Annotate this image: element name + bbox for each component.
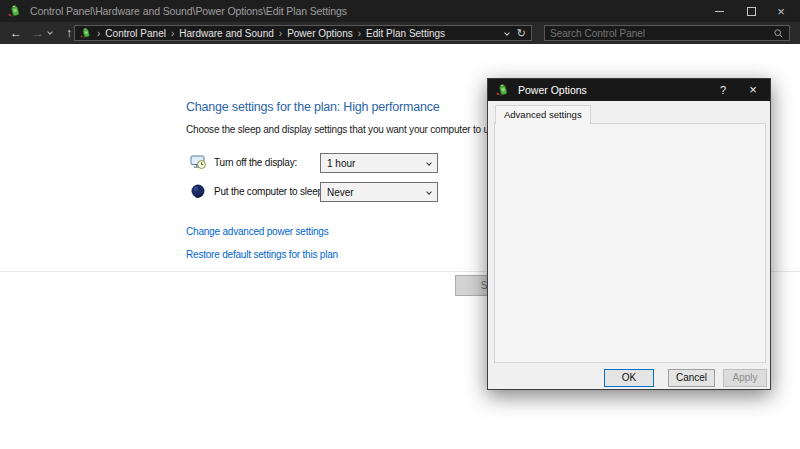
dialog-close-button[interactable]: ×	[742, 79, 764, 101]
back-button[interactable]: ←	[6, 22, 26, 44]
breadcrumb-separator: ›	[97, 28, 100, 39]
chevron-down-icon	[426, 160, 432, 166]
change-advanced-power-settings-link[interactable]: Change advanced power settings	[186, 226, 328, 237]
breadcrumb-separator: ›	[171, 28, 174, 39]
breadcrumb-edit-plan-settings[interactable]: Edit Plan Settings	[366, 28, 445, 39]
address-dropdown-chevron-icon[interactable]	[504, 30, 510, 36]
forward-button[interactable]: →	[28, 22, 48, 44]
cancel-button[interactable]: Cancel	[668, 369, 715, 387]
tab-advanced-settings[interactable]: Advanced settings	[495, 105, 591, 124]
tab-page	[494, 123, 766, 363]
power-options-icon	[8, 4, 22, 18]
search-icon[interactable]	[773, 28, 784, 39]
search-box[interactable]	[544, 25, 790, 41]
dialog-title: Power Options	[518, 79, 587, 101]
close-button[interactable]: ×	[766, 0, 796, 22]
sleep-value: Never	[327, 187, 354, 198]
search-input[interactable]	[550, 28, 773, 39]
page-title: Change settings for the plan: High perfo…	[186, 100, 439, 114]
ok-button[interactable]: OK	[604, 369, 654, 387]
sleep-label: Put the computer to sleep:	[214, 186, 326, 197]
sleep-dropdown[interactable]: Never	[320, 182, 438, 202]
breadcrumb-separator: ›	[279, 28, 282, 39]
breadcrumb-control-panel[interactable]: Control Panel	[105, 28, 166, 39]
sleep-icon	[190, 183, 206, 199]
turn-off-display-value: 1 hour	[327, 158, 355, 169]
refresh-icon[interactable]: ↻	[517, 26, 526, 40]
dialog-titlebar: Power Options ? ×	[488, 79, 770, 101]
apply-button: Apply	[723, 369, 767, 387]
breadcrumb-separator: ›	[358, 28, 361, 39]
maximize-button[interactable]	[736, 0, 766, 22]
address-bar[interactable]: › Control Panel › Hardware and Sound › P…	[74, 25, 532, 41]
power-options-icon	[496, 83, 510, 97]
restore-default-settings-link[interactable]: Restore default settings for this plan	[186, 249, 338, 260]
page-subtitle: Choose the sleep and display settings th…	[186, 124, 502, 135]
turn-off-display-dropdown[interactable]: 1 hour	[320, 153, 438, 173]
turn-off-display-label: Turn off the display:	[214, 157, 297, 168]
chevron-down-icon	[426, 189, 432, 195]
display-icon	[190, 154, 206, 170]
power-options-dialog: Power Options ? × Advanced settings Sele…	[487, 78, 771, 390]
help-button[interactable]: ?	[712, 79, 734, 101]
window-titlebar: Control Panel\Hardware and Sound\Power O…	[0, 0, 800, 22]
control-panel-window: Control Panel\Hardware and Sound\Power O…	[0, 0, 800, 449]
power-options-icon	[80, 27, 92, 39]
breadcrumb-power-options[interactable]: Power Options	[287, 28, 353, 39]
breadcrumb-hardware-and-sound[interactable]: Hardware and Sound	[179, 28, 274, 39]
minimize-button[interactable]	[704, 0, 734, 22]
window-title: Control Panel\Hardware and Sound\Power O…	[30, 0, 347, 22]
